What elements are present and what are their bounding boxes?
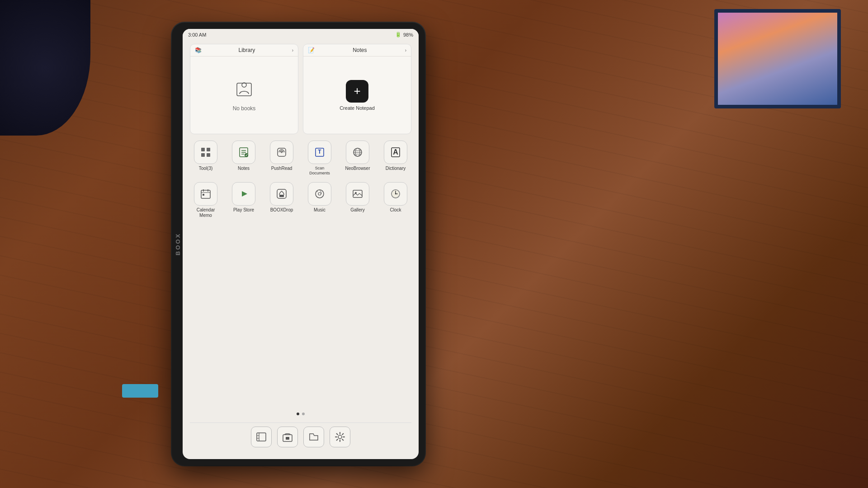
notes-widget-title: Notes (353, 47, 367, 53)
page-indicators (190, 410, 411, 418)
no-books-icon (234, 79, 254, 103)
svg-text:A: A (393, 148, 398, 156)
booxdrop-label: BOOXDrop (270, 207, 293, 213)
battery-percent: 98% (403, 32, 413, 38)
tablet-device: BOOX 3:00 AM 🔋 98% 📚 (172, 23, 425, 465)
create-notepad-button[interactable]: + Create Notepad (340, 80, 375, 111)
svg-point-37 (338, 435, 342, 439)
plus-icon: + (354, 84, 360, 98)
main-content: 📚 Library › (183, 40, 419, 459)
library-body: No books (190, 56, 298, 134)
notes-app-label: Notes (238, 166, 250, 171)
svg-point-24 (316, 190, 324, 198)
clock-label: Clock (390, 207, 401, 213)
bottom-dock (190, 422, 411, 452)
neobrowser-icon (346, 141, 369, 164)
app-item-pushread[interactable]: PushRead (267, 141, 296, 176)
svg-rect-19 (203, 194, 204, 196)
svg-point-7 (245, 153, 248, 157)
svg-rect-36 (286, 437, 289, 440)
calendar-label: Calendar Memo (191, 207, 220, 218)
app-grid: Tool(3) (190, 139, 411, 405)
photo-image (718, 13, 837, 105)
notes-header[interactable]: 📝 Notes › (303, 44, 411, 56)
playstore-icon (232, 182, 255, 206)
music-icon (308, 182, 331, 206)
app-item-playstore[interactable]: Play Store (229, 182, 258, 218)
dictionary-label: Dictionary (386, 166, 406, 171)
dictionary-icon: A (384, 141, 407, 164)
notes-widget[interactable]: 📝 Notes › + Create Notepad (303, 44, 411, 134)
tools-icon (194, 141, 217, 164)
app-item-dictionary[interactable]: A Dictionary (381, 141, 410, 176)
app-item-gallery[interactable]: Gallery (343, 182, 372, 218)
dock-library[interactable] (251, 427, 272, 447)
app-item-neobrowser[interactable]: NeoBrowser (343, 141, 372, 176)
library-icon: 📚 (195, 47, 202, 53)
svg-point-9 (281, 152, 283, 153)
app-item-notes[interactable]: Notes (229, 141, 258, 176)
svg-rect-34 (257, 433, 266, 441)
create-notepad-icon: + (346, 80, 368, 103)
svg-rect-5 (207, 153, 210, 157)
app-row-1: Tool(3) (190, 139, 411, 178)
calendar-icon (194, 182, 217, 206)
tablet-body: BOOX 3:00 AM 🔋 98% 📚 (172, 23, 425, 465)
playstore-label: Play Store (233, 207, 254, 213)
notes-chevron: › (405, 48, 406, 53)
gallery-label: Gallery (350, 207, 365, 213)
page-dot-1 (297, 413, 299, 415)
tools-label: Tool(3) (199, 166, 213, 171)
notes-body[interactable]: + Create Notepad (303, 56, 411, 134)
library-widget[interactable]: 📚 Library › (190, 44, 298, 134)
dock-settings[interactable] (330, 427, 350, 447)
app-item-tools[interactable]: Tool(3) (191, 141, 220, 176)
library-title: Library (238, 47, 255, 53)
svg-point-33 (395, 193, 396, 194)
scan-icon: T (308, 141, 331, 164)
app-item-music[interactable]: Music (305, 182, 334, 218)
notes-icon (232, 141, 255, 164)
app-item-calendar[interactable]: Calendar Memo (191, 182, 220, 218)
app-item-clock[interactable]: Clock (381, 182, 410, 218)
svg-rect-1 (237, 83, 251, 96)
photo-frame (714, 9, 841, 108)
music-label: Music (314, 207, 326, 213)
app-row-2: Calendar Memo Play Store (190, 180, 411, 220)
tablet-screen: 3:00 AM 🔋 98% 📚 Library › (183, 29, 419, 459)
status-bar: 3:00 AM 🔋 98% (183, 29, 419, 40)
booxdrop-icon (270, 182, 293, 206)
no-books-text: No books (233, 105, 256, 112)
notes-widget-icon: 📝 (308, 47, 315, 53)
svg-rect-3 (207, 148, 210, 151)
battery-icon: 🔋 (395, 32, 401, 38)
pushread-label: PushRead (271, 166, 292, 171)
svg-text:T: T (318, 149, 321, 155)
svg-point-25 (318, 192, 321, 195)
dock-files[interactable] (303, 427, 324, 447)
page-dot-2 (302, 413, 305, 415)
brand-label: BOOX (175, 233, 181, 255)
gallery-icon (346, 182, 369, 206)
status-right: 🔋 98% (395, 32, 413, 38)
dock-store[interactable] (277, 427, 298, 447)
watch-band (122, 384, 158, 398)
time-display: 3:00 AM (188, 32, 206, 38)
create-notepad-label: Create Notepad (340, 105, 375, 111)
svg-rect-4 (201, 153, 205, 157)
widget-row: 📚 Library › (190, 44, 411, 134)
scan-label: Scan Documents (305, 166, 334, 176)
library-header[interactable]: 📚 Library › (190, 44, 298, 56)
pushread-icon (270, 141, 293, 164)
app-item-scan[interactable]: T Scan Documents (305, 141, 334, 176)
app-item-booxdrop[interactable]: BOOXDrop (267, 182, 296, 218)
svg-rect-23 (279, 195, 284, 197)
neobrowser-label: NeoBrowser (345, 166, 370, 171)
library-chevron: › (292, 48, 293, 53)
clock-icon (384, 182, 407, 206)
svg-rect-2 (201, 148, 205, 151)
svg-rect-26 (353, 190, 362, 197)
